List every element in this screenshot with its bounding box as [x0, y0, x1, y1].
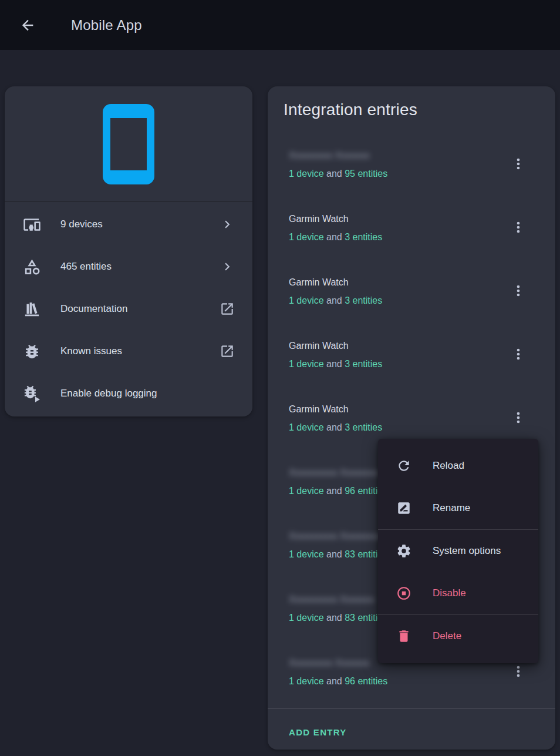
open-in-new-icon	[220, 344, 235, 359]
menu-item-delete[interactable]: Delete	[378, 615, 538, 657]
entry-entities-link[interactable]: 3 entities	[345, 359, 382, 369]
overview-item-devices[interactable]: 9 devices	[5, 203, 252, 246]
entry-summary-conjunction: and	[324, 613, 345, 623]
entry-summary: 1 device and 3 entities	[289, 421, 382, 434]
entry-summary-conjunction: and	[324, 359, 345, 369]
overview-item-label: Documentation	[60, 303, 127, 315]
entry-menu-button[interactable]	[510, 663, 527, 680]
app-header: Mobile App	[0, 0, 560, 50]
entries-bottom-divider	[268, 708, 555, 709]
entry-entities-link[interactable]: 3 entities	[345, 295, 382, 305]
dots-vertical-icon	[510, 283, 527, 299]
entry-name: Garmin Watch	[289, 213, 349, 226]
entry-devices-link[interactable]: 1 device	[289, 359, 324, 369]
cog-icon	[396, 543, 411, 559]
mobile-app-integration-page: Mobile App 9 devices465 entitiesDocument…	[0, 0, 560, 756]
rename-box-icon	[396, 500, 411, 516]
menu-item-system-options[interactable]: System options	[378, 530, 538, 572]
back-button[interactable]	[19, 17, 36, 33]
integration-entry-row: Garmin Watch1 device and 3 entities	[268, 271, 555, 325]
dots-vertical-icon	[510, 409, 527, 426]
entry-name: Garmin Watch	[289, 340, 349, 352]
arrow-left-icon	[19, 17, 36, 33]
overview-card: 9 devices465 entitiesDocumentationKnown …	[5, 86, 252, 416]
chevron-right-icon	[220, 259, 235, 274]
entry-name: Xxxxxxxxx Xxxxxxx	[289, 149, 370, 162]
overview-item-documentation[interactable]: Documentation	[5, 288, 252, 330]
entry-summary-conjunction: and	[324, 295, 345, 305]
entries-title: Integration entries	[284, 100, 417, 119]
entry-summary: 1 device and 96 entities	[289, 485, 387, 498]
entry-devices-link[interactable]: 1 device	[289, 486, 324, 496]
integration-icon-area	[5, 86, 252, 201]
menu-item-disable[interactable]: Disable	[378, 572, 538, 614]
devices-icon	[23, 216, 41, 234]
entry-name: Xxxxxxxxxx Xxxxxxxx	[289, 466, 379, 479]
open-in-new-icon	[220, 301, 235, 317]
entry-summary: 1 device and 3 entities	[289, 358, 382, 371]
entry-entities-link[interactable]: 96 entities	[345, 676, 387, 686]
menu-item-reload[interactable]: Reload	[378, 445, 538, 487]
menu-item-label: Disable	[433, 587, 466, 599]
chevron-right-icon	[220, 217, 235, 232]
entry-summary-conjunction: and	[324, 232, 345, 242]
menu-item-label: Rename	[433, 502, 470, 514]
menu-item-label: System options	[433, 545, 501, 557]
entry-summary: 1 device and 3 entities	[289, 231, 382, 244]
dots-vertical-icon	[510, 156, 527, 172]
entry-name: Xxxxxxxxx Xxxxxxx	[289, 657, 370, 670]
entry-summary-conjunction: and	[324, 676, 345, 686]
entry-devices-link[interactable]: 1 device	[289, 295, 324, 305]
add-entry-button[interactable]: ADD ENTRY	[289, 723, 347, 742]
dots-vertical-icon	[510, 663, 527, 680]
delete-icon	[396, 629, 411, 644]
entry-devices-link[interactable]: 1 device	[289, 169, 324, 179]
entry-name: Garmin Watch	[289, 403, 349, 416]
dots-vertical-icon	[510, 346, 527, 362]
entry-summary-conjunction: and	[324, 169, 345, 179]
dots-vertical-icon	[510, 219, 527, 236]
menu-item-rename[interactable]: Rename	[378, 487, 538, 529]
entry-menu-button[interactable]	[510, 219, 527, 236]
entry-entities-link[interactable]: 95 entities	[345, 169, 387, 179]
integration-entry-row: Garmin Watch1 device and 3 entities	[268, 335, 555, 389]
cellphone-icon	[103, 104, 154, 184]
entry-menu-button[interactable]	[510, 156, 527, 172]
overview-item-label: 9 devices	[60, 219, 103, 230]
overview-item-known-issues[interactable]: Known issues	[5, 330, 252, 372]
overview-item-label: 465 entities	[60, 261, 112, 273]
overview-item-label: Known issues	[60, 345, 122, 357]
menu-item-label: Reload	[433, 460, 464, 472]
bug-icon	[23, 342, 41, 361]
entry-name: Garmin Watch	[289, 276, 349, 289]
entry-context-menu: ReloadRenameSystem optionsDisableDelete	[378, 439, 538, 663]
entry-summary: 1 device and 83 entities	[289, 611, 387, 624]
shape-outline-icon	[23, 258, 41, 276]
page-title: Mobile App	[71, 17, 142, 33]
entry-summary: 1 device and 3 entities	[289, 294, 382, 307]
entry-devices-link[interactable]: 1 device	[289, 549, 324, 559]
entry-summary-conjunction: and	[324, 486, 345, 496]
bookshelf-icon	[23, 300, 41, 318]
entry-summary: 1 device and 95 entities	[289, 167, 387, 180]
overview-item-entities[interactable]: 465 entities	[5, 246, 252, 288]
entry-entities-link[interactable]: 3 entities	[345, 232, 382, 242]
entry-name: Xxxxxxxxxx Xxxxxxxxx	[289, 530, 384, 543]
entry-entities-link[interactable]: 3 entities	[345, 422, 382, 432]
integration-entry-row: Garmin Watch1 device and 3 entities	[268, 208, 555, 262]
entry-summary: 1 device and 83 entities	[289, 548, 387, 561]
entry-devices-link[interactable]: 1 device	[289, 232, 324, 242]
entry-menu-button[interactable]	[510, 409, 527, 426]
entry-menu-button[interactable]	[510, 346, 527, 362]
entry-summary: 1 device and 96 entities	[289, 675, 387, 688]
entry-devices-link[interactable]: 1 device	[289, 613, 324, 623]
refresh-icon	[396, 458, 411, 473]
entry-devices-link[interactable]: 1 device	[289, 676, 324, 686]
integration-entry-row: Xxxxxxxxx Xxxxxxx1 device and 95 entitie…	[268, 145, 555, 199]
entry-summary-conjunction: and	[324, 549, 345, 559]
entry-menu-button[interactable]	[510, 283, 527, 299]
overview-list: 9 devices465 entitiesDocumentationKnown …	[5, 202, 252, 415]
overview-item-label: Enable debug logging	[60, 388, 157, 399]
entry-devices-link[interactable]: 1 device	[289, 422, 324, 432]
overview-item-debug-logging[interactable]: Enable debug logging	[5, 372, 252, 415]
